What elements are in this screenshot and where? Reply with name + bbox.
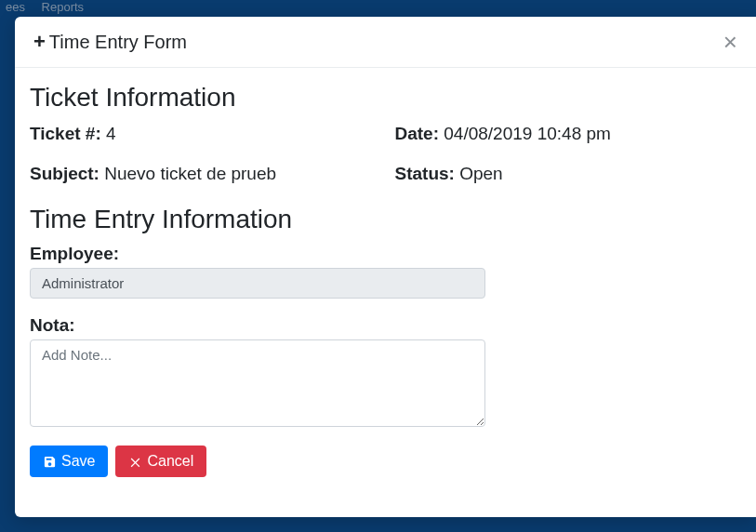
- save-icon: [43, 455, 57, 469]
- ticket-date: Date: 04/08/2019 10:48 pm: [395, 122, 742, 147]
- ticket-date-value: 04/08/2019 10:48 pm: [444, 124, 611, 143]
- employee-label: Employee:: [30, 244, 741, 264]
- time-entry-heading: Time Entry Information: [30, 205, 741, 234]
- note-textarea[interactable]: [30, 339, 485, 427]
- cancel-button-label: Cancel: [147, 453, 193, 470]
- ticket-status-label: Status:: [395, 164, 455, 183]
- modal-body: Ticket Information Ticket #: 4 Date: 04/…: [15, 68, 756, 496]
- ticket-number-label: Ticket #:: [30, 124, 101, 143]
- ticket-date-label: Date:: [395, 124, 440, 143]
- modal-title-text: Time Entry Form: [49, 32, 187, 53]
- ticket-number: Ticket #: 4: [30, 122, 377, 147]
- close-button[interactable]: ×: [720, 30, 741, 54]
- ticket-subject: Subject: Nuevo ticket de prueb: [30, 162, 377, 187]
- plus-icon: +: [33, 32, 46, 52]
- ticket-info-grid: Ticket #: 4 Date: 04/08/2019 10:48 pm Su…: [30, 122, 741, 186]
- ticket-subject-label: Subject:: [30, 164, 99, 183]
- time-entry-modal: + Time Entry Form × Ticket Information T…: [15, 17, 756, 517]
- ticket-info-heading: Ticket Information: [30, 83, 741, 113]
- save-button[interactable]: Save: [30, 446, 108, 477]
- modal-header: + Time Entry Form ×: [15, 17, 756, 68]
- modal-title: + Time Entry Form: [33, 32, 187, 53]
- cancel-button[interactable]: Cancel: [115, 446, 206, 477]
- ticket-status: Status: Open: [395, 162, 742, 187]
- save-button-label: Save: [61, 453, 95, 470]
- button-row: Save Cancel: [30, 446, 741, 477]
- ticket-subject-value: Nuevo ticket de prueb: [104, 164, 276, 183]
- ticket-number-value: 4: [106, 124, 116, 143]
- cancel-icon: [128, 455, 142, 469]
- note-label: Nota:: [30, 315, 741, 336]
- close-icon: ×: [723, 28, 737, 56]
- ticket-status-value: Open: [459, 164, 502, 183]
- employee-field: [30, 268, 485, 299]
